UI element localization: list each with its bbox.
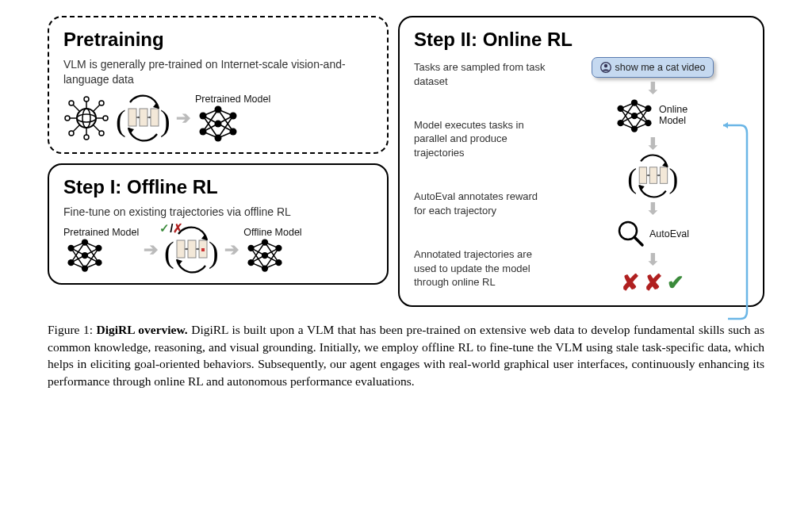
figure-diagram: Pretraining VLM is generally pre-trained… [48,16,764,307]
svg-point-104 [631,113,638,119]
svg-point-86 [275,259,282,266]
step2-text-col: Tasks are sampled from task dataset Mode… [414,57,549,296]
neural-net-icon [243,238,286,273]
svg-text:(: ( [164,236,174,270]
svg-point-1 [77,114,96,122]
step1-panel: Step I: Offline RL Fine-tune on existing… [48,163,389,285]
svg-point-61 [95,259,102,266]
step2-t1: Tasks are sampled from task dataset [414,60,549,88]
caption-label: Figure 1: [48,323,97,336]
svg-point-8 [65,116,70,121]
svg-point-2 [82,109,90,128]
figure-caption: Figure 1: DigiRL overview. DigiRL is bui… [48,321,764,390]
svg-point-55 [67,244,74,251]
arrow-down-icon: ⬇ [646,80,660,96]
pretraining-desc: VLM is generally pre-trained on Internet… [63,57,373,87]
step2-t4: Annotated trajectories are used to updat… [414,247,549,289]
svg-point-14 [69,101,74,105]
pretrained-model-label: Pretrained Model [195,94,270,105]
svg-point-39 [215,120,222,127]
reward-marks: ✓/✗ [159,221,210,236]
pretraining-title: Pretraining [63,29,373,51]
step2-diagram-col: show me a cat video ⬇ Online Model ⬇ ( [557,57,749,296]
svg-point-84 [262,265,268,271]
svg-point-36 [200,112,207,119]
svg-point-58 [82,252,88,259]
reward-marks-row: ✘ ✘ ✔ [621,270,684,296]
svg-point-82 [262,239,268,245]
pretraining-panel: Pretraining VLM is generally pre-trained… [48,16,389,154]
svg-point-10 [103,116,108,121]
svg-point-88 [603,64,607,67]
svg-rect-109 [639,167,646,184]
step2-t2: Model executes tasks in parallel and pro… [414,118,549,160]
magnifier-icon [616,219,646,249]
left-column: Pretraining VLM is generally pre-trained… [48,16,389,307]
svg-point-105 [631,125,638,132]
step2-t3: AutoEval annotates reward for each traje… [414,190,549,217]
right-column: Step II: Online RL Tasks are sampled fro… [398,16,764,307]
svg-point-80 [248,244,255,251]
svg-rect-111 [660,167,667,184]
svg-text:): ) [669,163,679,194]
step2-title: Step II: Online RL [414,29,749,51]
svg-rect-21 [140,109,147,126]
svg-point-42 [230,128,237,135]
svg-rect-110 [649,167,657,184]
task-prompt-text: show me a cat video [615,62,706,73]
svg-line-13 [73,105,79,111]
svg-point-16 [99,131,104,136]
online-model-label: Online Model [659,105,692,127]
x-icon: ✘ [644,270,662,296]
svg-point-56 [67,259,74,266]
task-prompt-chip: show me a cat video [592,57,714,78]
svg-point-18 [69,131,74,136]
arrow-down-icon: ⬇ [646,136,660,151]
svg-point-59 [82,265,88,271]
svg-point-0 [77,109,96,128]
svg-rect-64 [188,240,196,258]
svg-line-11 [94,105,100,111]
step1-desc: Fine-tune on existing trajectories via o… [63,205,373,220]
svg-point-41 [230,112,237,119]
svg-point-81 [248,259,255,266]
step1-title: Step I: Offline RL [63,176,373,198]
svg-point-38 [215,105,222,113]
user-icon [600,62,611,73]
svg-rect-63 [177,240,185,258]
step1-out-label: Offline Model [243,227,301,238]
svg-text:(: ( [116,104,126,138]
arrow-icon: ➔ [144,241,158,259]
globe-network-icon [63,96,109,140]
svg-text:): ) [160,104,170,138]
svg-rect-20 [128,109,136,126]
svg-text:): ) [209,236,219,270]
neural-net-icon [613,98,656,133]
svg-point-60 [95,244,102,251]
svg-point-101 [617,105,623,112]
svg-point-40 [215,134,222,141]
step1-in-label: Pretrained Model [63,227,139,238]
neural-net-icon [195,105,241,143]
step2-panel: Step II: Online RL Tasks are sampled fro… [398,16,764,307]
svg-point-4 [84,97,89,102]
arrow-icon: ➔ [224,241,239,259]
caption-title: DigiRL overview. [97,323,188,336]
autoeval-label: AutoEval [649,228,689,240]
svg-line-17 [73,125,79,132]
svg-point-107 [645,120,651,126]
pretraining-diagram: ( ) ➔ Pretrained Model [63,94,373,143]
x-icon: ✘ [621,270,639,296]
arrow-down-icon: ⬇ [646,251,660,267]
check-icon: ✔ [667,270,684,295]
arrow-icon: ➔ [176,109,190,127]
step1-diagram: Pretrained Model ➔ ✓/✗ ( [63,226,373,274]
svg-rect-66 [201,248,205,251]
svg-point-102 [617,120,623,126]
svg-point-6 [84,135,89,140]
feedback-loop-arrow [718,119,750,325]
trajectory-loop-icon: ( ) [624,154,681,198]
svg-point-85 [275,244,282,251]
svg-point-83 [262,252,268,259]
svg-line-15 [94,125,100,132]
